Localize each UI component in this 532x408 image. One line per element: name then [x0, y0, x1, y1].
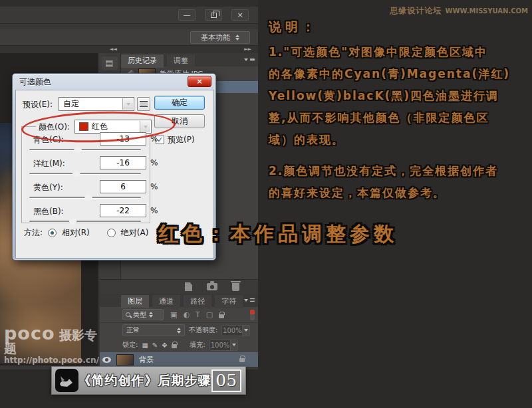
blend-mode-row: 正常 不透明度: 100% [100, 323, 258, 338]
chevron-down-icon [140, 121, 150, 132]
fill-field[interactable]: 100% [209, 340, 238, 351]
black-value-input[interactable] [100, 204, 146, 217]
lock-transparent-icon[interactable]: ▦ [142, 342, 148, 349]
magenta-value-input[interactable] [100, 156, 146, 169]
cyan-slider[interactable] [29, 149, 141, 151]
filter-toggle-switch[interactable] [250, 310, 255, 320]
preset-value: 自定 [63, 98, 79, 110]
banner-logo-icon [58, 372, 75, 389]
preset-label: 预设(E): [23, 99, 53, 110]
window-controls: — × [178, 9, 249, 21]
relative-label: 相对(R) [62, 227, 90, 239]
tab-character[interactable]: 字符 [215, 295, 243, 308]
tab-adjustments[interactable]: 调整 [167, 54, 195, 68]
black-slider[interactable] [29, 221, 141, 223]
opacity-field[interactable]: 100% [221, 325, 250, 336]
fill-dropdown-icon[interactable] [230, 340, 237, 350]
search-icon [126, 312, 130, 317]
layer-lock-icon [239, 358, 245, 362]
tab-channels[interactable]: 通道 [152, 295, 180, 308]
background-layer-row[interactable]: 背景 [100, 352, 258, 367]
filter-type-combo[interactable]: 类型 [122, 309, 164, 320]
collapse-left-icon[interactable]: ◄◄ [110, 47, 117, 52]
photo-watermark-url: http://photo.poco.cn/ [4, 356, 99, 364]
layers-filter-row: 类型 ▣ ◐ T ▢ [100, 307, 258, 323]
slider-thumb[interactable] [72, 170, 80, 177]
preset-combo[interactable]: 自定 [59, 97, 134, 111]
layers-panel: 图层 通道 路径 字符 ≡ 类型 ▣ ◐ T ▢ [100, 294, 258, 365]
color-value: 红色 [92, 121, 108, 132]
percent-unit: % [150, 158, 158, 167]
ok-button[interactable]: 确定 [154, 96, 205, 110]
opacity-label: 不透明度: [189, 326, 217, 335]
yellow-value-input[interactable] [100, 180, 146, 193]
site-watermark-name: 思缘设计论坛 [390, 6, 442, 15]
lock-label: 锁定: [122, 340, 138, 350]
filter-text-layers-icon[interactable]: T [196, 310, 200, 319]
fill-label: 填充: [190, 340, 205, 350]
percent-unit: % [150, 206, 158, 215]
blend-mode-value: 正常 [126, 326, 140, 335]
channel-label: 黑色(B): [33, 206, 64, 217]
annotation-big-text: 红色：本作品调整参数 [158, 221, 398, 248]
layers-panel-menu-icon[interactable]: ≡ [244, 296, 255, 304]
restore-button[interactable] [205, 9, 222, 21]
panel-menu-icon[interactable]: ≡ [244, 55, 255, 64]
banner-step-number: 05 [211, 369, 241, 392]
layer-visibility-eye-icon[interactable] [102, 357, 111, 363]
dialog-close-button[interactable]: × [188, 76, 211, 87]
lock-paint-icon[interactable]: ✎ [152, 342, 158, 349]
yellow-slider[interactable] [29, 197, 141, 199]
delete-trash-icon[interactable] [232, 283, 239, 291]
banner-logo [55, 369, 78, 392]
blend-mode-combo[interactable]: 正常 [122, 324, 185, 336]
options-bar: 基本功能 [0, 29, 258, 46]
filter-shape-layers-icon[interactable]: ▢ [206, 310, 213, 319]
new-document-from-state-icon[interactable] [185, 282, 192, 291]
filter-type-label: 类型 [133, 310, 146, 320]
absolute-radio[interactable] [107, 229, 116, 237]
opacity-value: 100% [222, 327, 242, 334]
close-button[interactable]: × [231, 9, 249, 21]
updown-arrows-icon [177, 328, 181, 334]
histogram-panel-icon[interactable]: ▤ [102, 56, 118, 70]
chevron-down-icon [122, 98, 133, 110]
channel-label: 黄色(Y): [33, 182, 63, 193]
lock-move-icon[interactable]: ✥ [162, 342, 167, 349]
history-panel-tabs: 历史记录 调整 ≡ [121, 53, 258, 66]
tab-layers[interactable]: 图层 [121, 295, 149, 308]
close-icon: × [237, 11, 243, 19]
tab-paths[interactable]: 路径 [184, 295, 211, 308]
channel-label: 青色(C): [33, 134, 64, 146]
site-watermark-url: WWW.MISSYUAN.COM [446, 7, 528, 15]
slider-thumb[interactable] [69, 218, 77, 225]
filter-locked-layers-icon[interactable] [219, 314, 224, 318]
bottom-banner: 《简约创作》后期步骤 05 [51, 366, 246, 395]
slider-thumb[interactable] [84, 194, 92, 201]
opacity-dropdown-icon[interactable] [242, 326, 249, 336]
minimize-button[interactable]: — [178, 9, 196, 21]
preset-list-button[interactable] [137, 97, 150, 111]
snapshot-camera-icon[interactable] [207, 283, 217, 290]
annotation-block: 说明： 1."可选颜色"对图像中限定颜色区域中 的各像素中的Cyan(青)Mag… [269, 19, 529, 204]
panel-collapse-row: ◄◄ ►► [0, 46, 258, 53]
workspace-switcher-button[interactable]: 基本功能 [190, 31, 250, 44]
minimize-icon: — [184, 11, 191, 19]
lock-all-icon[interactable] [172, 344, 177, 348]
cyan-channel-row: 青色(C): % [16, 134, 213, 157]
filter-adjustment-layers-icon[interactable]: ◐ [183, 310, 190, 319]
relative-radio[interactable] [48, 229, 57, 237]
slider-thumb[interactable] [74, 146, 82, 153]
yellow-channel-row: 黄色(Y): % [16, 182, 213, 205]
magenta-slider[interactable] [29, 173, 141, 175]
cancel-button[interactable]: 取消 [154, 114, 205, 128]
photo-watermark: poco 摄影专题 http://photo.poco.cn/ [4, 324, 99, 364]
filter-pixel-layers-icon[interactable]: ▣ [170, 310, 177, 319]
percent-unit: % [150, 182, 158, 191]
tab-history[interactable]: 历史记录 [121, 54, 164, 68]
color-combo[interactable]: 红色 [74, 120, 152, 134]
lock-row: 锁定: ▦ ✎ ✥ 填充: 100% [100, 338, 258, 352]
updown-arrows-icon [149, 312, 153, 318]
cyan-value-input[interactable] [100, 132, 146, 146]
collapse-right-icon[interactable]: ►► [244, 47, 251, 52]
